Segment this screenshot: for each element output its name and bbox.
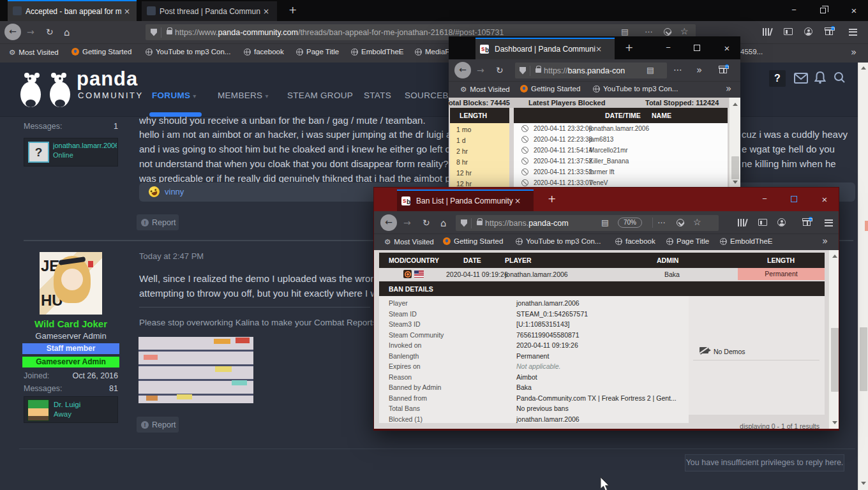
bookmark-most-visited[interactable]: ⚙Most Visited [384, 237, 434, 246]
bookmarks-overflow-icon[interactable]: » [851, 47, 857, 58]
page-actions-icon[interactable]: ⋯ [657, 218, 666, 227]
url-text[interactable]: https://bans.panda-com [485, 219, 569, 228]
page-actions-icon[interactable]: ⋯ [645, 27, 653, 36]
scroll-down-arrow[interactable] [861, 482, 866, 485]
bookmark-emboldthee[interactable]: EmboldTheE [351, 48, 403, 56]
lock-icon[interactable] [167, 30, 172, 34]
row-name[interactable]: jam6813 [589, 136, 691, 143]
minimize-button[interactable]: − [757, 194, 772, 204]
bookmark-most-visited[interactable]: ⚙Most Visited [460, 85, 510, 94]
post2-timestamp[interactable]: Today at 2:47 PM [139, 251, 204, 261]
url-bar[interactable]: https://bans.panda-con ▤ [515, 63, 667, 78]
forward-icon[interactable]: → [27, 27, 34, 37]
reader-view-icon[interactable]: ▤ [621, 27, 629, 36]
bookmark-page-title[interactable]: Page Title [296, 48, 339, 56]
scrollbar-thumb[interactable] [831, 328, 839, 392]
tab-post-thread[interactable]: Post thread | Panda Communit × [142, 1, 277, 21]
toolbar-overflow-icon[interactable]: » [696, 64, 702, 76]
bookmark-star-icon[interactable]: ☆ [680, 26, 689, 36]
bookmark-page-title[interactable]: Page Title [666, 237, 709, 245]
back-button[interactable]: ← [380, 214, 397, 231]
close-button[interactable]: × [817, 194, 832, 205]
page-actions-icon[interactable]: ⋯ [673, 64, 682, 75]
reader-view-icon[interactable]: ▤ [601, 218, 609, 227]
search-icon[interactable] [834, 71, 846, 84]
avatar[interactable]: ? [28, 142, 49, 163]
scroll-up-arrow[interactable] [861, 66, 866, 70]
restore-button[interactable] [820, 8, 826, 13]
scroll-up-arrow[interactable] [733, 103, 738, 106]
sidebars-icon[interactable] [784, 28, 793, 35]
nav-stats[interactable]: STATS [364, 91, 391, 100]
avatar[interactable]: ? [769, 70, 786, 87]
tracking-shield-icon[interactable] [461, 219, 467, 227]
home-icon[interactable]: ⌂ [440, 218, 447, 229]
alerts-bell-icon[interactable] [814, 71, 826, 84]
user-card-dr-luigi[interactable]: Dr. Luigi Away [24, 396, 118, 423]
bookmarks-overflow-icon[interactable]: » [726, 83, 731, 94]
row-name[interactable]: Marcello21mr [589, 147, 691, 154]
new-tab-icon[interactable]: + [548, 193, 556, 205]
bookmark-facebook[interactable]: facebook [615, 237, 655, 245]
menu-icon[interactable] [849, 29, 857, 36]
bookmark-facebook[interactable]: facebook [244, 48, 284, 56]
reader-view-icon[interactable]: ▤ [647, 65, 654, 75]
url-bar[interactable]: https://bans.panda-com ▤ 70% ⋯ ☆ [456, 215, 719, 231]
row-name[interactable]: VeneV [589, 179, 691, 186]
reload-icon[interactable]: ↻ [496, 65, 504, 75]
user-card-jonathan[interactable]: ? jonathan.lamarr.2006 Online [24, 138, 118, 167]
nav-forums[interactable]: FORUMS ▾ [152, 91, 197, 100]
detail-value[interactable]: 76561199045580871 [516, 331, 580, 339]
pocket-icon[interactable] [664, 28, 671, 36]
bookmark-truncated[interactable]: 4559... [740, 48, 763, 56]
username-link[interactable]: Dr. Luigi [54, 401, 116, 408]
bookmark-getting-started[interactable]: Getting Started [443, 237, 503, 245]
bookmark-getting-started[interactable]: Getting Started [520, 85, 580, 93]
menu-icon[interactable] [825, 219, 833, 226]
nav-steam-group[interactable]: STEAM GROUP [287, 91, 353, 100]
tab-close-icon[interactable]: × [595, 45, 602, 54]
back-button[interactable]: ← [454, 62, 471, 78]
zoom-level-badge[interactable]: 70% [618, 218, 642, 228]
extension-icon[interactable] [719, 68, 727, 73]
scroll-up-arrow[interactable] [832, 255, 837, 258]
avatar[interactable] [27, 399, 49, 421]
report-button[interactable]: ! Report [137, 417, 179, 433]
row-name[interactable]: Killer_Banana [589, 158, 691, 165]
minimize-button[interactable]: − [786, 5, 802, 15]
back-button[interactable]: ← [4, 24, 21, 40]
forward-icon[interactable]: → [403, 218, 411, 228]
new-tab-icon[interactable]: + [625, 41, 633, 54]
account-icon[interactable] [804, 27, 812, 36]
lock-icon[interactable] [477, 221, 483, 225]
library-icon[interactable] [738, 219, 746, 226]
new-tab-icon[interactable]: + [288, 4, 297, 16]
maximize-button[interactable] [694, 45, 700, 51]
bookmark-mediafi[interactable]: MediaFi [415, 48, 451, 56]
library-icon[interactable] [763, 28, 771, 36]
main-page-scrollbar[interactable] [858, 63, 868, 490]
lock-icon[interactable] [535, 68, 541, 73]
bookmarks-overflow-icon[interactable]: » [822, 235, 828, 247]
scroll-down-arrow[interactable] [832, 421, 837, 424]
attached-image[interactable] [138, 337, 253, 403]
bookmark-youtube-mp3[interactable]: YouTube to mp3 Con... [516, 237, 601, 245]
tab-ban-list[interactable]: sb Ban List | Panda Community So × [397, 191, 534, 211]
url-text[interactable]: https://bans.panda-con [544, 66, 625, 75]
row-name[interactable]: jonathan.lamarr.2006 [589, 125, 691, 132]
bookmark-youtube-mp3[interactable]: YouTube to mp3 Con... [146, 48, 230, 56]
minimize-button[interactable]: − [661, 43, 676, 52]
tracking-shield-icon[interactable] [520, 67, 526, 75]
bookmark-star-icon[interactable]: ☆ [693, 217, 701, 227]
extension-icon[interactable] [803, 220, 811, 226]
dashboard-scrollbar[interactable] [729, 98, 740, 189]
maximize-button[interactable] [791, 196, 797, 202]
tab-close-icon[interactable]: × [514, 197, 521, 205]
report-button[interactable]: ! Report [137, 214, 179, 230]
username-link[interactable]: jonathan.lamarr.2006 [53, 142, 117, 149]
home-icon[interactable]: ⌂ [64, 27, 70, 38]
account-icon[interactable] [777, 218, 786, 226]
ban-row[interactable]: 2020-04-11 09:19:26 jonathan.lamarr.2006… [379, 268, 825, 280]
scrollbar-thumb[interactable] [731, 156, 739, 179]
reaction-user-link[interactable]: vinny [165, 187, 184, 197]
